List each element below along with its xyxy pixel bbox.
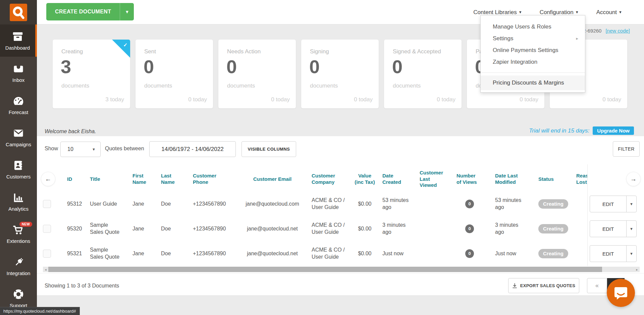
col-header-reason-lost[interactable]: Reason Lost bbox=[576, 166, 588, 193]
scrollbar-right-arrow[interactable]: ▸ bbox=[634, 267, 640, 272]
pagination-prev-button[interactable]: « bbox=[587, 278, 607, 293]
status-card-signed-accepted[interactable]: Signed & Accepted 0 documents 0 today bbox=[384, 40, 462, 108]
edit-button-label[interactable]: EDIT bbox=[590, 221, 626, 237]
visible-columns-button[interactable]: VISIBLE COLUMNS bbox=[241, 141, 296, 157]
sidebar-item-label: Inbox bbox=[12, 77, 25, 83]
edit-button[interactable]: EDIT ▼ bbox=[590, 245, 637, 262]
menu-item-zapier-integration[interactable]: Zapier Integration bbox=[481, 56, 585, 68]
menu-item-settings[interactable]: Settings▸ bbox=[481, 33, 585, 44]
trial-notice: Trial will end in 15 days: Upgrade Now bbox=[529, 126, 634, 135]
edit-button[interactable]: EDIT ▼ bbox=[590, 220, 637, 237]
col-header-id[interactable]: ID bbox=[67, 166, 86, 193]
status-card-needs-action[interactable]: Needs Action 0 documents 0 today bbox=[218, 40, 296, 108]
sidebar-item-campaigns[interactable]: Campaigns bbox=[0, 121, 37, 153]
app-logo[interactable] bbox=[0, 0, 37, 24]
col-header-number-of-views[interactable]: Number of Views bbox=[457, 166, 478, 193]
col-header-customer-email[interactable]: Customer Email bbox=[239, 166, 306, 193]
envelope-icon bbox=[12, 127, 24, 139]
edit-button-label[interactable]: EDIT bbox=[590, 196, 626, 212]
sidebar-item-label: Forecast bbox=[9, 109, 28, 115]
status-card-sent[interactable]: Sent 0 documents 0 today bbox=[136, 40, 213, 108]
magnifier-q-icon bbox=[11, 5, 26, 20]
views-count-badge: 0 bbox=[465, 224, 474, 233]
sidebar-item-dashboard[interactable]: Dashboard bbox=[0, 24, 37, 57]
date-range-input[interactable] bbox=[149, 141, 236, 157]
card-title: Needs Action bbox=[227, 48, 261, 55]
chat-widget-button[interactable] bbox=[607, 279, 635, 307]
sidebar-item-extentions[interactable]: NEW Extentions bbox=[0, 218, 37, 250]
edit-button-label[interactable]: EDIT bbox=[590, 246, 626, 262]
col-header-date-last-modified[interactable]: Date Last Modified bbox=[495, 166, 529, 193]
scrollbar-left-arrow[interactable]: ◂ bbox=[43, 267, 48, 272]
cell-first-name: Jane bbox=[132, 192, 151, 216]
row-checkbox[interactable] bbox=[43, 250, 51, 258]
card-today: 0 today bbox=[354, 96, 373, 103]
status-card-signing[interactable]: Signing 0 documents 0 today bbox=[301, 40, 379, 108]
create-document-button[interactable]: CREATE DOCUMENT ▼ bbox=[46, 3, 134, 20]
inbox-icon bbox=[12, 63, 24, 75]
table-row-checkbox-cell bbox=[43, 241, 53, 266]
edit-button[interactable]: EDIT ▼ bbox=[590, 196, 637, 212]
cell-value: $0.00 bbox=[354, 241, 376, 266]
cell-views: 0 bbox=[456, 216, 483, 241]
sidebar-item-customers[interactable]: Customers bbox=[0, 153, 37, 186]
sidebar-item-analytics[interactable]: Analytics bbox=[0, 186, 37, 218]
scroll-right-button[interactable]: → bbox=[627, 172, 640, 186]
nav-content-libraries[interactable]: Content Libraries▼ bbox=[473, 9, 522, 16]
cell-last-viewed bbox=[420, 241, 446, 266]
bar-chart-icon bbox=[12, 192, 24, 204]
nav-configuration[interactable]: Configuration▼ bbox=[540, 9, 579, 16]
chevron-down-icon: ▼ bbox=[630, 202, 633, 206]
arrow-left-icon: ← bbox=[45, 175, 51, 183]
cell-last-name: Doe bbox=[161, 192, 179, 216]
cell-last-name: Doe bbox=[161, 216, 179, 241]
edit-dropdown-toggle[interactable]: ▼ bbox=[626, 196, 636, 212]
row-checkbox[interactable] bbox=[43, 225, 51, 233]
sidebar-item-forecast[interactable]: Forecast bbox=[0, 89, 37, 121]
cell-title: Sample Sales Quote bbox=[90, 241, 121, 266]
menu-item-pricing-discounts-margins[interactable]: Pricing Discounts & Margins bbox=[481, 75, 585, 90]
scroll-left-button[interactable]: ← bbox=[41, 172, 55, 186]
col-header-customer-phone[interactable]: Customer Phone bbox=[193, 166, 230, 193]
cell-first-name: Jane bbox=[132, 241, 151, 266]
status-badge: Creating bbox=[538, 199, 568, 209]
col-header-date-created[interactable]: Date Created bbox=[382, 166, 411, 193]
sidebar-item-label: Campaigns bbox=[6, 142, 31, 147]
col-header-status[interactable]: Status bbox=[538, 166, 570, 193]
card-today: 3 today bbox=[105, 96, 124, 103]
col-header-last-name[interactable]: Last Name bbox=[161, 166, 179, 193]
nav-account[interactable]: Account▼ bbox=[596, 9, 622, 16]
edit-dropdown-toggle[interactable]: ▼ bbox=[626, 246, 636, 262]
upgrade-now-button[interactable]: Upgrade Now bbox=[593, 126, 634, 135]
cell-first-name: Jane bbox=[132, 216, 151, 241]
export-sales-quotes-button[interactable]: EXPORT SALES QUOTES bbox=[508, 278, 579, 293]
cell-date-modified: 3 minutes ago bbox=[495, 216, 529, 241]
cell-date-created: Just now bbox=[382, 241, 411, 266]
download-icon bbox=[512, 283, 517, 288]
menu-item-online-payments-settings[interactable]: Online Payments Settings bbox=[481, 44, 585, 56]
edit-dropdown-toggle[interactable]: ▼ bbox=[626, 221, 636, 237]
sidebar-item-inbox[interactable]: Inbox bbox=[0, 57, 37, 89]
col-header-customer-company[interactable]: Customer Company bbox=[312, 166, 345, 193]
new-code-link[interactable]: [new code] bbox=[605, 28, 630, 34]
cell-views: 0 bbox=[456, 192, 483, 216]
create-document-dropdown-toggle[interactable]: ▼ bbox=[120, 3, 134, 20]
col-header-value-inc-tax[interactable]: Value (inc Tax) bbox=[354, 166, 376, 193]
col-header-customer-last-viewed[interactable]: Customer Last Viewed bbox=[420, 166, 446, 193]
table-row-checkbox-cell bbox=[43, 216, 53, 241]
menu-item-manage-users-roles[interactable]: Manage Users & Roles bbox=[481, 21, 585, 33]
scrollbar-thumb[interactable] bbox=[48, 267, 602, 272]
show-page-size-select[interactable]: 10 ▼ bbox=[60, 142, 101, 157]
sidebar-item-integration[interactable]: Integration bbox=[0, 250, 37, 282]
filter-button[interactable]: FILTER bbox=[613, 141, 640, 157]
trial-message: Trial will end in 15 days: bbox=[529, 127, 589, 134]
cell-views: 0 bbox=[456, 241, 483, 266]
status-card-creating[interactable]: ✓ Creating 3 documents 3 today bbox=[53, 40, 130, 108]
sidebar-item-label: Extentions bbox=[7, 238, 30, 244]
row-checkbox[interactable] bbox=[43, 200, 51, 208]
horizontal-scrollbar[interactable]: ◂ ▸ bbox=[43, 267, 640, 272]
col-header-title[interactable]: Title bbox=[90, 166, 121, 193]
create-document-label[interactable]: CREATE DOCUMENT bbox=[46, 3, 120, 20]
card-today: 0 today bbox=[271, 96, 290, 103]
col-header-first-name[interactable]: First Name bbox=[132, 166, 151, 193]
